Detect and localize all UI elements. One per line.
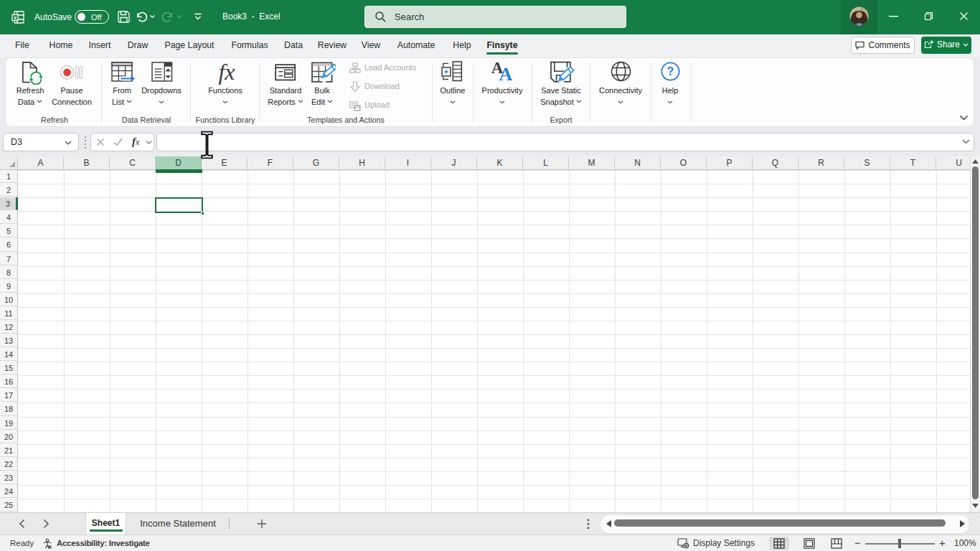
svg-text:?: ? [667, 65, 674, 77]
